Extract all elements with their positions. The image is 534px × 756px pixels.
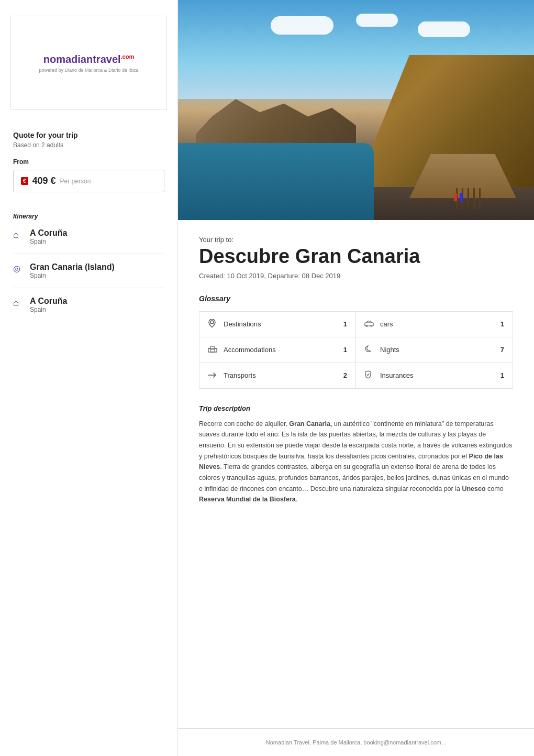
main-content: Your trip to: Descubre Gran Canaria Crea…	[178, 0, 534, 756]
country-3: Spain	[30, 306, 67, 313]
logo-powered: powered by Diario de Mallorca & Diario d…	[39, 68, 138, 73]
trip-desc-title: Trip description	[199, 404, 513, 412]
itinerary-info-3: A Coruña Spain	[30, 297, 67, 313]
cars-count: 1	[500, 320, 504, 328]
city-3: A Coruña	[30, 297, 67, 306]
glossary-destinations: Destinations 1	[199, 312, 356, 337]
fence-post-5	[479, 188, 481, 209]
itinerary-label: Itinerary	[13, 213, 164, 220]
fence-post-3	[468, 188, 469, 209]
insurances-count: 1	[500, 371, 504, 379]
svg-point-0	[210, 321, 214, 324]
hero-water	[178, 143, 374, 220]
city-1: A Coruña	[30, 228, 67, 238]
accommodations-icon	[208, 345, 218, 355]
nights-icon	[364, 345, 375, 355]
itinerary-info-2: Gran Canaria (Island) Spain	[30, 262, 115, 279]
from-label: From	[13, 158, 164, 166]
cars-label: cars	[380, 320, 495, 328]
itinerary-info-1: A Coruña Spain	[30, 228, 67, 245]
hero-image	[178, 0, 534, 220]
itinerary-item-1: ⌂ A Coruña Spain	[13, 228, 164, 254]
home-icon-1: ⌂	[13, 229, 25, 240]
nights-label: Nights	[380, 346, 495, 354]
nights-count: 7	[500, 346, 504, 354]
trip-dates: Created: 10 Oct 2019, Departure: 08 Dec …	[199, 272, 513, 280]
cloud-3	[418, 21, 470, 37]
home-icon-3: ⌂	[13, 298, 25, 309]
trip-title: Descubre Gran Canaria	[199, 246, 513, 268]
price-icon: €	[21, 177, 28, 185]
itinerary-item-3: ⌂ A Coruña Spain	[13, 297, 164, 322]
svg-rect-5	[210, 349, 215, 352]
destinations-icon	[208, 319, 218, 330]
fence-post-4	[473, 188, 475, 209]
person-2	[460, 193, 463, 202]
accommodations-label: Accommodations	[224, 346, 338, 354]
logo-area: nomadiantravel.com powered by Diario de …	[10, 16, 167, 110]
trip-body: Your trip to: Descubre Gran Canaria Crea…	[178, 220, 534, 728]
svg-rect-4	[208, 348, 217, 352]
itinerary-item-2: ◎ Gran Canaria (Island) Spain	[13, 262, 164, 288]
sidebar-divider	[13, 203, 164, 203]
quote-subtitle: Based on 2 adults	[13, 141, 164, 149]
transports-count: 2	[343, 371, 347, 379]
glossary-accommodations: Accommodations 1	[199, 337, 356, 363]
pin-icon: ◎	[13, 264, 25, 273]
glossary-transports: Transports 2	[199, 363, 356, 388]
glossary-insurances: Insurances 1	[356, 363, 513, 388]
trip-description: Recorre con coche de alquiler, Gran Cana…	[199, 419, 513, 505]
sidebar-content: Quote for your trip Based on 2 adults Fr…	[0, 120, 177, 341]
transports-label: Transports	[224, 371, 338, 379]
insurances-label: Insurances	[380, 371, 495, 379]
price-box: € 409 € Per person	[13, 170, 164, 192]
price-unit: Per person	[60, 178, 91, 185]
hero-image-inner	[178, 0, 534, 220]
hero-people	[454, 193, 463, 202]
destinations-label: Destinations	[224, 320, 338, 328]
price-amount: 409 €	[32, 176, 56, 187]
person-1	[454, 193, 457, 201]
footer: Nomadian Travel, Palma de Mallorca, book…	[178, 728, 534, 756]
glossary-cars: cars 1	[356, 312, 513, 337]
cloud-2	[356, 14, 398, 27]
sidebar: nomadiantravel.com powered by Diario de …	[0, 0, 178, 756]
city-2: Gran Canaria (Island)	[30, 262, 115, 272]
cloud-1	[271, 16, 333, 35]
glossary-grid: Destinations 1 cars 1	[199, 311, 513, 389]
glossary-nights: Nights 7	[356, 337, 513, 363]
logo: nomadiantravel.com powered by Diario de …	[39, 53, 138, 73]
insurances-icon	[364, 370, 375, 381]
quote-title: Quote for your trip	[13, 131, 164, 139]
logo-brand: nomadiantravel.com	[39, 53, 138, 65]
accommodations-count: 1	[343, 346, 347, 354]
transports-icon	[208, 371, 218, 380]
country-1: Spain	[30, 238, 67, 245]
destinations-count: 1	[343, 320, 347, 328]
glossary-title: Glossary	[199, 294, 513, 303]
country-2: Spain	[30, 272, 115, 279]
cars-icon	[364, 320, 375, 329]
your-trip-to: Your trip to:	[199, 236, 513, 244]
